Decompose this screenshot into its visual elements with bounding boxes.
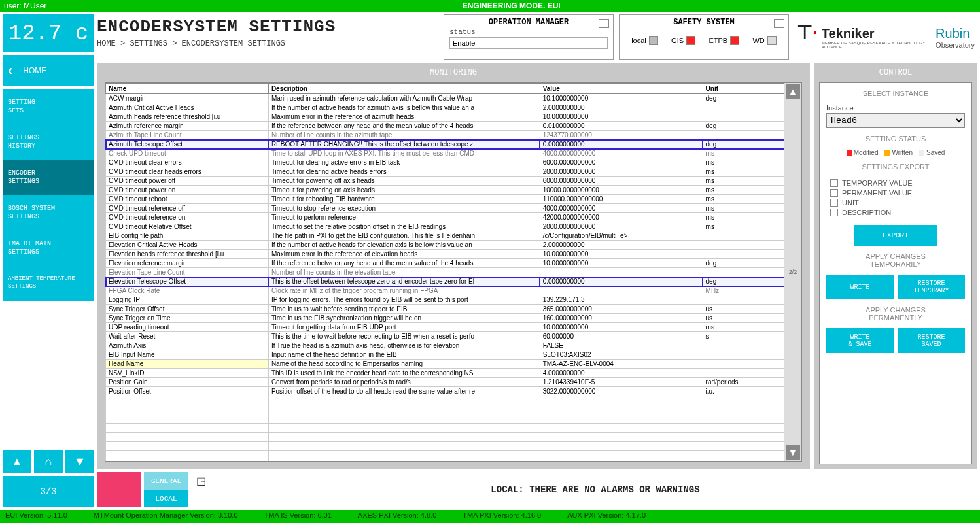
tekniker-sub: MEMBER OF BASQUE RESEARCH & TECHNOLOGY A… (822, 41, 928, 49)
table-row[interactable]: Azimuth heads reference threshold [i.uMa… (106, 112, 784, 122)
instance-select[interactable]: Head6 (826, 113, 965, 128)
table-row[interactable]: ACW marginMarin used in azimuth referenc… (106, 94, 784, 103)
table-row[interactable]: Elevation Telescope OffsetThis is the of… (106, 277, 784, 286)
table-row[interactable]: Head NameName of the head according to E… (106, 360, 784, 369)
table-row[interactable]: Logging IPIP for logging errors. The err… (106, 295, 784, 305)
table-row[interactable]: Sync Trigger OffsetTime in us to wait be… (106, 305, 784, 314)
table-row[interactable]: Elevation reference marginIf the referen… (106, 259, 784, 268)
restore-saved-button[interactable]: RESTORE SAVED (898, 328, 965, 353)
sidebar-item[interactable]: SETTING SETS (3, 89, 94, 124)
table-row[interactable]: Elevation Critical Active HeadsIf the nu… (106, 241, 784, 250)
sidebar-item[interactable]: SETTINGS HISTORY (3, 124, 94, 160)
table-row (106, 442, 784, 451)
tekniker-logo: Tekniker (822, 26, 928, 41)
table-row[interactable]: CMD timeout clear heads errorsTimeout fo… (106, 167, 784, 177)
column-header[interactable]: Description (268, 84, 540, 94)
tekniker-logo-icon: ⊤· (797, 26, 818, 39)
footer: GENERAL LOCAL ◳ LOCAL: THERE ARE NO ALAR… (97, 472, 977, 507)
table-row[interactable]: Wait after ResetThis is the time to wait… (106, 332, 784, 341)
legend-item: Modified (847, 149, 879, 156)
table-row[interactable]: Azimuth Tape Line CountNumber of line co… (106, 131, 784, 140)
checkbox-icon[interactable] (830, 179, 838, 187)
expand-icon[interactable] (599, 19, 609, 28)
table-row[interactable]: Check UPD timeoutTime to stall UPD loop … (106, 149, 784, 158)
sidebar-item[interactable]: BOSCH SYSTEM SETTINGS (3, 195, 94, 230)
table-row[interactable]: CMD timeout clear errorsTimeout for clea… (106, 158, 784, 167)
export-button[interactable]: EXPORT (854, 225, 937, 246)
breadcrumb: HOME > SETTINGS > ENCODERSYSTEM SETTINGS (97, 39, 438, 48)
table-row[interactable]: CMD timeout Relative OffsetTimeout to se… (106, 222, 784, 231)
table-row[interactable]: CMD timeout power offTimeout for powerin… (106, 177, 784, 186)
checkbox-icon[interactable] (830, 209, 838, 216)
table-row[interactable]: Elevation heads reference threshold [i.u… (106, 250, 784, 259)
table-row[interactable]: Sync Trigger on TimeTime in us the EIB s… (106, 314, 784, 323)
sidebar-item[interactable]: AMBIENT TEMPERATURE SETTINGS (3, 265, 94, 301)
table-row[interactable]: CMD timeout reference offTimeout to stop… (106, 204, 784, 213)
sidebar-item[interactable]: ENCODER SETTINGS (3, 160, 94, 195)
table-row[interactable]: Azimuth Critical Active HeadsIf the numb… (106, 103, 784, 112)
version-label: TMA IS Version: 6.01 (264, 511, 332, 519)
table-row[interactable]: CMD timeout rebootTimeout for rebooting … (106, 195, 784, 204)
safety-indicator: ETPB (709, 36, 739, 45)
safety-title: SAFETY SYSTEM (625, 18, 783, 27)
table-row[interactable]: FPGA Clock RateClock rate in MHz of the … (106, 286, 784, 295)
apply-temp-title: APPLY CHANGES TEMPORARILY (826, 252, 965, 268)
table-row (106, 414, 784, 424)
write-button[interactable]: WRITE (826, 275, 894, 299)
table-row[interactable]: EIB Input NameInput name of the head def… (106, 350, 784, 360)
instance-label: Instance (826, 104, 965, 112)
table-scrollbar[interactable]: ▲ 2/2 ▼ (784, 83, 801, 461)
table-row (106, 433, 784, 442)
export-option[interactable]: UNIT (830, 199, 965, 207)
table-row[interactable]: Position OffsetPosition offset of the he… (106, 387, 784, 396)
checkbox-icon[interactable] (830, 189, 838, 197)
opmgr-title: OPERATION MANAGER (449, 18, 608, 27)
write-save-button[interactable]: WRITE & SAVE (826, 328, 894, 353)
table-row (106, 460, 784, 462)
user-label: user: MUser (4, 1, 46, 10)
logos: ⊤· Tekniker MEMBER OF BASQUE RESEARCH & … (794, 14, 977, 60)
mode-label: ENGINEERING MODE. EUI (46, 1, 976, 10)
expand-icon[interactable] (774, 19, 784, 28)
table-row[interactable]: CMD timeout reference onTimeout to perfo… (106, 213, 784, 222)
column-header[interactable]: Name (106, 84, 269, 94)
sidebar: 12.7 c ‹ HOME SETTING SETSSETTINGS HISTO… (3, 14, 94, 507)
tab-local[interactable]: LOCAL (144, 490, 188, 507)
alarm-indicator[interactable] (97, 472, 141, 507)
table-row[interactable]: Azimuth reference marginIf the reference… (106, 122, 784, 131)
settings-table: NameDescriptionValueUnit ACW marginMarin… (105, 83, 784, 461)
tab-general[interactable]: GENERAL (144, 472, 188, 490)
select-instance-title: SELECT INSTANCE (826, 90, 965, 97)
column-header[interactable]: Unit (703, 84, 784, 94)
version-label: TMA PXI Version: 4.16.0 (463, 511, 541, 519)
scroll-down-icon[interactable]: ▼ (786, 445, 800, 460)
sidebar-item[interactable]: TMA RT MAIN SETTINGS (3, 230, 94, 265)
table-row[interactable]: Position GainConvert from periods to rad… (106, 378, 784, 387)
table-row[interactable]: Azimuth AxisIf True the head is a azimut… (106, 341, 784, 350)
export-option[interactable]: PERMANENT VALUE (830, 189, 965, 197)
checkbox-icon[interactable] (830, 199, 838, 207)
nav-home[interactable]: ‹ HOME (3, 55, 94, 86)
opmgr-status-field[interactable] (449, 37, 608, 49)
nav-up-button[interactable]: ▲ (3, 450, 31, 473)
table-row[interactable]: UDP reading timeoutTimeout for getting d… (106, 323, 784, 332)
table-row[interactable]: Elevation Tape Line CountNumber of line … (106, 268, 784, 277)
version-label: MTMount Operation Manager Version: 3.10.… (94, 511, 238, 519)
operation-manager-panel: OPERATION MANAGER status (444, 14, 614, 60)
table-row (106, 405, 784, 414)
nav-house-button[interactable]: ⌂ (34, 450, 63, 473)
popout-icon[interactable]: ◳ (191, 472, 211, 507)
scroll-up-icon[interactable]: ▲ (786, 84, 800, 99)
export-option[interactable]: TEMPORARY VALUE (830, 179, 965, 187)
table-row[interactable]: Azimuth Telescope OffsetREBOOT AFTER CHA… (106, 140, 784, 149)
table-row[interactable]: CMD timeout power onTimeout for powering… (106, 186, 784, 195)
version-label: AUX PXI Version: 4.17.0 (567, 511, 646, 519)
column-header[interactable]: Value (540, 84, 703, 94)
nav-down-button[interactable]: ▼ (65, 450, 94, 473)
table-page: 2/2 (786, 265, 800, 279)
table-row[interactable]: NSV_LinkIDThis ID is used to link the en… (106, 369, 784, 378)
table-row[interactable]: EIB config file pathThe file path in PXI… (106, 231, 784, 241)
version-label: EUI Version: 5.11.0 (5, 511, 67, 519)
restore-temporary-button[interactable]: RESTORE TEMPORARY (898, 275, 965, 299)
export-option[interactable]: DESCRIPTION (830, 209, 965, 216)
